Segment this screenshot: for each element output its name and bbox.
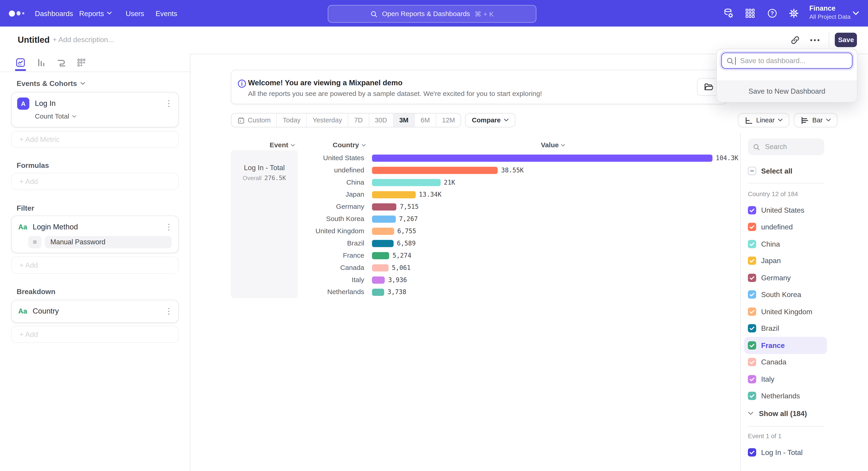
breakdown-options-icon[interactable]: [165, 305, 173, 317]
checked-checkbox-icon[interactable]: [748, 448, 756, 456]
date-range-yesterday[interactable]: Yesterday: [307, 114, 348, 127]
metric-card-log-in[interactable]: A Log In Count Total: [11, 92, 179, 127]
more-options-icon[interactable]: [810, 39, 819, 48]
country-name: Germany: [761, 273, 791, 282]
project-switcher[interactable]: Finance All Project Data: [809, 4, 850, 21]
save-button[interactable]: Save: [835, 33, 857, 47]
bar-china[interactable]: [372, 179, 440, 186]
mixpanel-logo-icon[interactable]: [9, 0, 24, 27]
show-all-toggle[interactable]: Show all (184): [748, 406, 807, 420]
column-header-value[interactable]: Value: [541, 141, 565, 149]
bar-brazil[interactable]: [372, 240, 394, 247]
add-formula-button[interactable]: + Add: [11, 173, 179, 190]
chart-type-dropdown[interactable]: Bar: [794, 113, 838, 127]
date-range-6m[interactable]: 6M: [415, 114, 436, 127]
filter-card-login-method[interactable]: Aa Login Method = Manual Password: [11, 215, 179, 254]
bar-united-kingdom[interactable]: [372, 227, 394, 235]
filter-options-icon[interactable]: [165, 221, 173, 233]
global-search-button[interactable]: Open Reports & Dashboards ⌘ + K: [328, 5, 536, 23]
nav-users[interactable]: Users: [126, 0, 144, 27]
bar-south-korea[interactable]: [372, 215, 396, 223]
tab-insights[interactable]: [16, 58, 26, 68]
date-range-today[interactable]: Today: [277, 114, 307, 127]
metric-options-icon[interactable]: [165, 97, 173, 110]
metric-event-name[interactable]: Log In: [35, 97, 56, 110]
tab-funnels[interactable]: [36, 58, 46, 68]
bar-undefined[interactable]: [372, 167, 498, 174]
column-header-country[interactable]: Country: [333, 141, 366, 149]
country-filter-undefined[interactable]: undefined: [744, 218, 827, 235]
checked-checkbox-icon[interactable]: [748, 257, 756, 265]
checked-checkbox-icon[interactable]: [748, 392, 756, 400]
add-metric-button[interactable]: + Add Metric: [11, 131, 179, 148]
date-range-30d[interactable]: 30D: [369, 114, 394, 127]
bar-united-states[interactable]: [372, 154, 712, 161]
breakdown-property-name[interactable]: Country: [33, 306, 59, 317]
date-range-7d[interactable]: 7D: [348, 114, 369, 127]
country-filter-united-states[interactable]: United States: [744, 202, 827, 218]
column-header-event[interactable]: Event: [270, 141, 295, 149]
legend-search-input[interactable]: [764, 142, 819, 151]
checked-checkbox-icon[interactable]: [748, 375, 756, 383]
bar-canada[interactable]: [372, 264, 389, 271]
bar-france[interactable]: [372, 252, 389, 259]
metric-aggregation-dropdown[interactable]: Count Total: [35, 112, 76, 120]
tab-flows[interactable]: [57, 58, 66, 68]
checked-checkbox-icon[interactable]: [748, 341, 756, 350]
date-range-12m[interactable]: 12M: [436, 114, 461, 127]
event-legend-item[interactable]: Log In - Total: [748, 444, 803, 460]
filter-value-field[interactable]: Manual Password: [45, 236, 172, 248]
country-filter-italy[interactable]: Italy: [744, 371, 827, 387]
events-cohorts-header[interactable]: Events & Cohorts: [17, 79, 85, 88]
checked-checkbox-icon[interactable]: [748, 307, 756, 316]
checked-checkbox-icon[interactable]: [748, 291, 756, 299]
tab-retention[interactable]: [76, 58, 86, 68]
add-filter-button[interactable]: + Add: [11, 257, 179, 274]
checked-checkbox-icon[interactable]: [748, 223, 756, 231]
add-description-field[interactable]: + Add description...: [53, 27, 114, 53]
date-range-3m[interactable]: 3M: [393, 114, 415, 127]
country-filter-brazil[interactable]: Brazil: [744, 320, 827, 337]
bar-germany[interactable]: [372, 203, 397, 210]
nav-events[interactable]: Events: [156, 0, 177, 27]
chart-row-canada: Canada5,061: [299, 262, 739, 274]
nav-dashboards[interactable]: Dashboards: [35, 0, 73, 27]
copy-link-icon[interactable]: [790, 35, 800, 45]
bar-italy[interactable]: [372, 276, 385, 284]
country-filter-germany[interactable]: Germany: [744, 269, 827, 286]
country-filter-canada[interactable]: Canada: [744, 354, 827, 371]
country-filter-netherlands[interactable]: Netherlands: [744, 387, 827, 405]
country-filter-china[interactable]: China: [744, 235, 827, 253]
bar-netherlands[interactable]: [372, 289, 384, 296]
checked-checkbox-icon[interactable]: [748, 206, 756, 214]
legend-search-field[interactable]: [748, 139, 825, 155]
chevron-down-icon[interactable]: [852, 11, 859, 16]
country-filter-japan[interactable]: Japan: [744, 253, 827, 269]
select-all-checkbox[interactable]: Select all: [748, 163, 793, 179]
indeterminate-checkbox-icon[interactable]: [748, 167, 756, 175]
country-filter-france[interactable]: France: [744, 337, 827, 354]
filter-operator-dropdown[interactable]: =: [28, 236, 41, 248]
help-icon[interactable]: ?: [767, 8, 778, 19]
nav-reports[interactable]: Reports: [79, 0, 112, 27]
breakdown-card-country[interactable]: Aa Country: [11, 300, 179, 323]
filter-property-name[interactable]: Login Method: [33, 222, 78, 233]
apps-grid-icon[interactable]: [745, 8, 756, 19]
compare-dropdown[interactable]: Compare: [465, 113, 516, 127]
country-filter-united-kingdom[interactable]: United Kingdom: [744, 303, 827, 320]
checked-checkbox-icon[interactable]: [748, 324, 756, 332]
report-title[interactable]: Untitled: [18, 27, 50, 53]
add-breakdown-button[interactable]: + Add: [11, 326, 179, 343]
checked-checkbox-icon[interactable]: [748, 240, 756, 248]
checked-checkbox-icon[interactable]: [748, 358, 756, 366]
scale-dropdown[interactable]: Linear: [738, 113, 789, 127]
save-dashboard-search-field[interactable]: [721, 53, 852, 69]
date-range-custom[interactable]: Custom: [231, 114, 277, 127]
save-to-new-dashboard-option[interactable]: Save to New Dashboard: [717, 80, 857, 102]
bar-japan[interactable]: [372, 191, 416, 198]
data-management-icon[interactable]: [723, 8, 734, 19]
settings-gear-icon[interactable]: [788, 8, 799, 19]
country-filter-south-korea[interactable]: South Korea: [744, 286, 827, 303]
checked-checkbox-icon[interactable]: [748, 273, 756, 282]
save-dashboard-search-input[interactable]: [739, 56, 844, 65]
